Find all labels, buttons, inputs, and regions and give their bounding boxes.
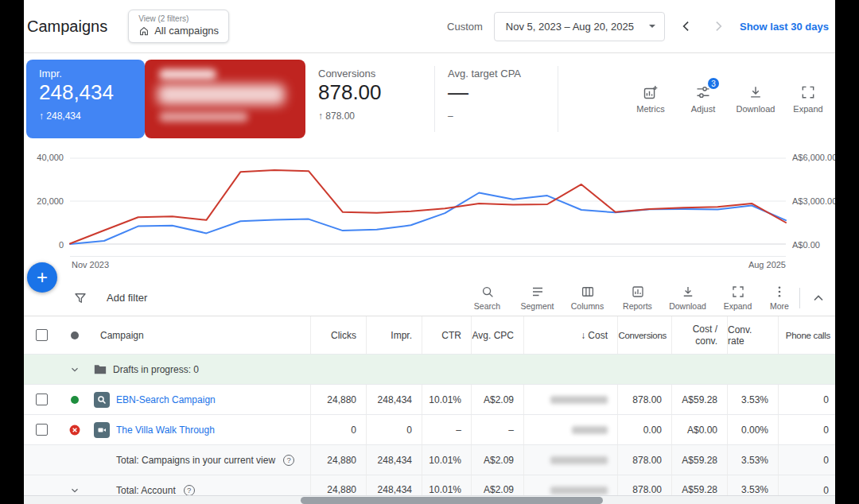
- scorecard-label: Impr.: [39, 68, 132, 79]
- y-axis-tick-left: 20,000: [24, 196, 64, 206]
- segment-icon: [531, 285, 545, 299]
- home-icon: [138, 25, 150, 37]
- expand-chart-button[interactable]: Expand: [784, 84, 832, 114]
- segment-tool-button[interactable]: Segment: [512, 285, 562, 311]
- metrics-button[interactable]: Metrics: [627, 84, 674, 114]
- tool-label: Download: [669, 301, 706, 311]
- redacted-cost-value: [550, 487, 608, 494]
- expand-icon: [800, 84, 816, 100]
- metrics-label: Metrics: [636, 104, 664, 114]
- total-label: Total: Account: [116, 485, 176, 496]
- conversions-value: 878.00: [617, 385, 671, 414]
- phone-calls-value: 0: [778, 415, 835, 444]
- table-row: The Villa Walk Through 0 0 – – 0.00 A$0.…: [24, 415, 835, 445]
- scrollbar-thumb[interactable]: [301, 497, 603, 504]
- scorecard-delta: –: [448, 110, 545, 122]
- chart-baseline: [70, 256, 786, 257]
- next-period-button[interactable]: [708, 16, 729, 37]
- impr-column-header[interactable]: Impr.: [366, 316, 422, 354]
- select-all-checkbox[interactable]: [36, 329, 48, 341]
- chart-line-cost: [70, 170, 786, 244]
- y-axis-tick-left: 0: [24, 240, 64, 250]
- folder-icon: [94, 364, 107, 374]
- campaign-link[interactable]: EBN-Search Campaign: [116, 394, 216, 405]
- view-filter-chip[interactable]: View (2 filters) All campaigns: [128, 10, 229, 43]
- total-current-view-row: Total: Campaigns in your current view ? …: [24, 445, 835, 475]
- adjust-button[interactable]: 3 Adjust: [679, 84, 727, 114]
- filter-funnel-icon[interactable]: [73, 291, 87, 305]
- chevron-up-icon: [810, 290, 826, 306]
- download-icon: [748, 84, 764, 100]
- campaign-link[interactable]: The Villa Walk Through: [116, 425, 215, 436]
- add-filter-button[interactable]: Add filter: [107, 292, 147, 304]
- y-axis-tick-right: A$0.00: [792, 240, 820, 250]
- tool-label: Segment: [520, 301, 554, 311]
- campaign-column-header[interactable]: Campaign: [91, 316, 310, 354]
- view-chip-caption: View (2 filters): [138, 14, 219, 23]
- status-dot-icon: [71, 331, 79, 339]
- avg-cpc-column-header[interactable]: Avg. CPC: [471, 316, 523, 354]
- date-range-picker[interactable]: Nov 5, 2023 – Aug 20, 2025: [494, 12, 665, 41]
- collapse-chart-button[interactable]: [807, 290, 830, 306]
- download-label: Download: [737, 104, 775, 114]
- expand-table-button[interactable]: Expand: [713, 285, 763, 311]
- avg-cpc-value: A$2.09: [471, 385, 523, 414]
- tool-label: More: [770, 301, 789, 311]
- download-icon: [681, 285, 695, 299]
- redacted-cost-value: [572, 426, 608, 434]
- status-enabled-icon: [71, 396, 79, 404]
- redacted-cost-value: [550, 456, 608, 464]
- chevron-down-icon[interactable]: [69, 485, 80, 496]
- show-last-30-days-link[interactable]: Show last 30 days: [740, 21, 830, 33]
- conv-rate-value: 0.00%: [727, 415, 778, 444]
- chevron-down-icon[interactable]: [69, 364, 80, 375]
- campaigns-table: Campaign Clicks Impr. CTR Avg. CPC ↓ Cos…: [24, 316, 835, 504]
- plus-icon: +: [37, 268, 48, 287]
- download-tool-button[interactable]: Download: [663, 285, 713, 311]
- expand-label: Expand: [793, 104, 822, 114]
- impr-value: 0: [366, 415, 422, 444]
- phone-calls-value: 0: [778, 445, 835, 475]
- help-icon[interactable]: ?: [283, 455, 294, 466]
- table-tools: Search Segment Columns Reports Download …: [462, 285, 830, 311]
- date-range-value: Nov 5, 2023 – Aug 20, 2025: [506, 21, 634, 33]
- tool-label: Expand: [724, 301, 752, 311]
- reports-tool-button[interactable]: Reports: [612, 285, 663, 311]
- redacted-value-blur: [157, 84, 285, 105]
- download-chart-button[interactable]: Download: [732, 84, 779, 114]
- phone-calls-column-header[interactable]: Phone calls: [778, 316, 835, 354]
- avg-cpc-value: –: [471, 415, 523, 444]
- ctr-column-header[interactable]: CTR: [422, 316, 471, 354]
- scorecard-label: Conversions: [318, 68, 422, 79]
- horizontal-scrollbar[interactable]: [24, 495, 835, 504]
- columns-tool-button[interactable]: Columns: [562, 285, 612, 311]
- scorecard-value: —: [448, 80, 545, 105]
- create-campaign-fab[interactable]: +: [27, 262, 57, 293]
- row-checkbox[interactable]: [36, 424, 48, 436]
- previous-period-button[interactable]: [676, 16, 697, 37]
- more-tool-button[interactable]: More: [763, 285, 796, 311]
- page-header: Campaigns View (2 filters) All campaigns…: [24, 0, 835, 53]
- row-checkbox[interactable]: [36, 394, 48, 405]
- cost-column-header[interactable]: ↓ Cost: [523, 316, 617, 354]
- date-mode-label: Custom: [447, 21, 483, 33]
- chart-plot-area: [70, 157, 786, 245]
- avg-cpc-value: A$2.09: [471, 445, 523, 475]
- avg-target-cpa-scorecard[interactable]: Avg. target CPA — –: [435, 60, 558, 138]
- cost-header-label: Cost: [588, 330, 608, 341]
- redacted-cost-scorecard[interactable]: [145, 60, 305, 138]
- reports-icon: [631, 285, 645, 299]
- cost-per-conv-value: A$59.28: [671, 385, 727, 414]
- x-axis-start-label: Nov 2023: [72, 260, 109, 269]
- cost-per-conv-column-header[interactable]: Cost / conv.: [671, 316, 727, 354]
- impressions-scorecard[interactable]: Impr. 248,434 ↑ 248,434: [26, 60, 145, 138]
- conversions-column-header[interactable]: Conversions: [617, 316, 671, 354]
- ctr-value: –: [422, 415, 471, 444]
- conversions-scorecard[interactable]: Conversions 878.00 ↑ 878.00: [305, 60, 434, 138]
- search-tool-button[interactable]: Search: [462, 285, 512, 311]
- x-axis-end-label: Aug 2025: [748, 260, 786, 269]
- conv-rate-column-header[interactable]: Conv. rate: [727, 316, 778, 354]
- scorecard-delta: ↑ 248,434: [39, 110, 132, 122]
- help-icon[interactable]: ?: [184, 485, 195, 496]
- clicks-column-header[interactable]: Clicks: [310, 316, 366, 354]
